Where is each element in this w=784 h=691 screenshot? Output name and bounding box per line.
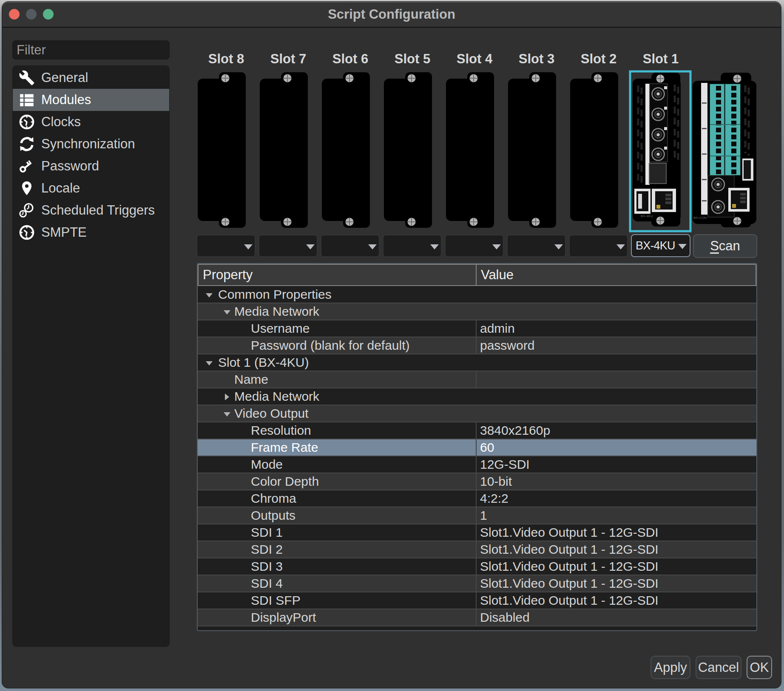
svg-text:BX-CON: BX-CON	[693, 216, 707, 220]
svg-text:BX-4KU: BX-4KU	[641, 214, 653, 218]
